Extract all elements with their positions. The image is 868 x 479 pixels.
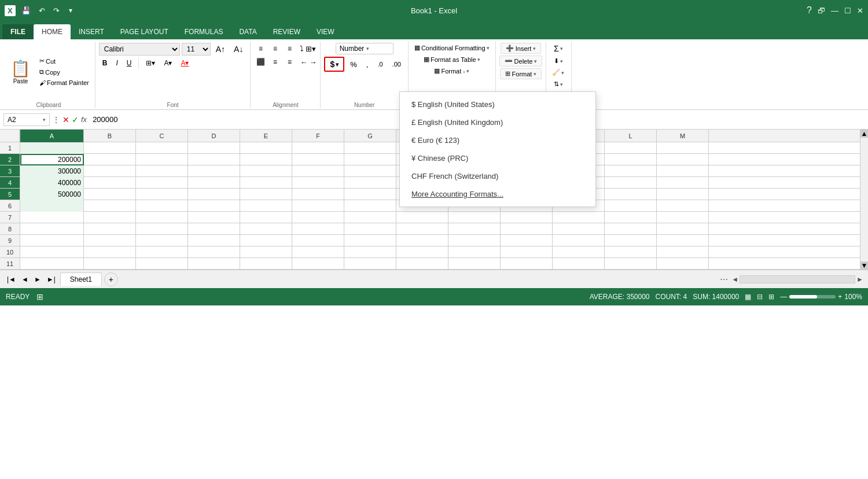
cell-M10[interactable]: [657, 246, 709, 258]
align-left-btn[interactable]: ⬛: [254, 56, 267, 68]
maximize-icon[interactable]: ☐: [844, 6, 851, 15]
col-header-M[interactable]: M: [657, 130, 709, 142]
row-num-1[interactable]: 1: [0, 142, 20, 154]
row-num-9[interactable]: 9: [0, 235, 20, 246]
cell-I9[interactable]: [448, 235, 501, 246]
scroll-up-btn[interactable]: ▲: [860, 130, 868, 138]
cell-M7[interactable]: [657, 212, 709, 223]
cell-A8[interactable]: [20, 223, 84, 235]
formula-cancel-icon[interactable]: ✕: [62, 115, 69, 124]
row-num-8[interactable]: 8: [0, 223, 20, 235]
cut-button[interactable]: ✂ Cut: [37, 56, 91, 66]
cell-E3[interactable]: [240, 165, 292, 177]
help-icon[interactable]: ?: [807, 5, 812, 16]
decrease-decimal-btn[interactable]: .0: [374, 59, 386, 69]
cell-D6[interactable]: [188, 200, 240, 212]
cell-K10[interactable]: [553, 246, 605, 258]
cell-B10[interactable]: [84, 246, 136, 258]
zoom-out-btn[interactable]: —: [780, 293, 787, 301]
underline-button[interactable]: U: [123, 57, 135, 69]
cell-D5[interactable]: [188, 189, 240, 200]
cell-F4[interactable]: [292, 177, 344, 189]
cell-H7[interactable]: [396, 212, 448, 223]
cell-F8[interactable]: [292, 223, 344, 235]
insert-cells-button[interactable]: ➕ Insert ▾: [501, 43, 542, 54]
row-num-2[interactable]: 2: [0, 154, 20, 165]
borders-button[interactable]: ⊞▾: [142, 57, 159, 69]
cell-L7[interactable]: [605, 212, 657, 223]
merge-btn[interactable]: ⊞▾: [306, 45, 316, 53]
cell-L10[interactable]: [605, 246, 657, 258]
cell-H8[interactable]: [396, 223, 448, 235]
cell-F10[interactable]: [292, 246, 344, 258]
clear-button[interactable]: 🧹 ▾: [550, 68, 567, 78]
cell-E9[interactable]: [240, 235, 292, 246]
cell-E11[interactable]: [240, 258, 292, 270]
cell-B11[interactable]: [84, 258, 136, 270]
formula-confirm-icon[interactable]: ✓: [72, 115, 79, 124]
cell-B2[interactable]: [84, 154, 136, 165]
cell-D3[interactable]: [188, 165, 240, 177]
cell-G4[interactable]: [344, 177, 396, 189]
cell-M1[interactable]: [657, 142, 709, 154]
cell-E4[interactable]: [240, 177, 292, 189]
cell-G1[interactable]: [344, 142, 396, 154]
fill-color-button[interactable]: A▾: [160, 57, 175, 69]
align-center-btn[interactable]: ≡: [269, 56, 281, 68]
cell-H10[interactable]: [396, 246, 448, 258]
qat-more[interactable]: ▾: [69, 6, 72, 14]
sheet-nav-prev[interactable]: ◄: [19, 274, 31, 285]
cell-D1[interactable]: [188, 142, 240, 154]
autosum-button[interactable]: Σ ▾: [551, 43, 565, 54]
cell-C11[interactable]: [136, 258, 188, 270]
cell-C3[interactable]: [136, 165, 188, 177]
cell-B7[interactable]: [84, 212, 136, 223]
sheet-options-btn[interactable]: ⋯: [720, 275, 728, 284]
cell-J9[interactable]: [501, 235, 553, 246]
cell-L4[interactable]: [605, 177, 657, 189]
cell-C8[interactable]: [136, 223, 188, 235]
cell-F3[interactable]: [292, 165, 344, 177]
cell-M3[interactable]: [657, 165, 709, 177]
cell-E1[interactable]: [240, 142, 292, 154]
cell-C6[interactable]: [136, 200, 188, 212]
cell-A1[interactable]: [20, 142, 84, 154]
font-color-button[interactable]: A▾: [177, 57, 192, 69]
paste-button[interactable]: 📋 Paste: [6, 57, 35, 87]
italic-button[interactable]: I: [112, 57, 121, 69]
wrap-text-btn[interactable]: ⤵: [300, 45, 304, 53]
tab-page-layout[interactable]: PAGE LAYOUT: [112, 24, 176, 39]
close-icon[interactable]: ✕: [857, 6, 863, 15]
cell-C5[interactable]: [136, 189, 188, 200]
cell-L5[interactable]: [605, 189, 657, 200]
page-layout-icon[interactable]: ⊟: [757, 293, 763, 301]
cell-F7[interactable]: [292, 212, 344, 223]
cell-A4[interactable]: 400000: [20, 177, 84, 189]
col-header-G[interactable]: G: [344, 130, 396, 142]
cell-A5[interactable]: 500000: [20, 189, 84, 200]
cell-E10[interactable]: [240, 246, 292, 258]
cell-K7[interactable]: [553, 212, 605, 223]
cell-C7[interactable]: [136, 212, 188, 223]
tab-home[interactable]: HOME: [34, 24, 71, 39]
vertical-scrollbar[interactable]: ▲ ▼: [860, 130, 868, 270]
cell-L8[interactable]: [605, 223, 657, 235]
cell-I10[interactable]: [448, 246, 501, 258]
cell-G8[interactable]: [344, 223, 396, 235]
cell-L6[interactable]: [605, 200, 657, 212]
dropdown-item-eur[interactable]: € Euro (€ 123): [400, 131, 595, 149]
cell-C1[interactable]: [136, 142, 188, 154]
sort-filter-button[interactable]: ⇅ ▾: [551, 79, 565, 89]
cell-M6[interactable]: [657, 200, 709, 212]
cell-G3[interactable]: [344, 165, 396, 177]
sheet-nav-last[interactable]: ►|: [45, 274, 58, 285]
bold-button[interactable]: B: [99, 57, 111, 69]
row-num-3[interactable]: 3: [0, 165, 20, 177]
cell-B3[interactable]: [84, 165, 136, 177]
cell-F5[interactable]: [292, 189, 344, 200]
scroll-down-btn[interactable]: ▼: [860, 261, 868, 270]
cell-G7[interactable]: [344, 212, 396, 223]
cell-L9[interactable]: [605, 235, 657, 246]
cell-H9[interactable]: [396, 235, 448, 246]
cell-K9[interactable]: [553, 235, 605, 246]
